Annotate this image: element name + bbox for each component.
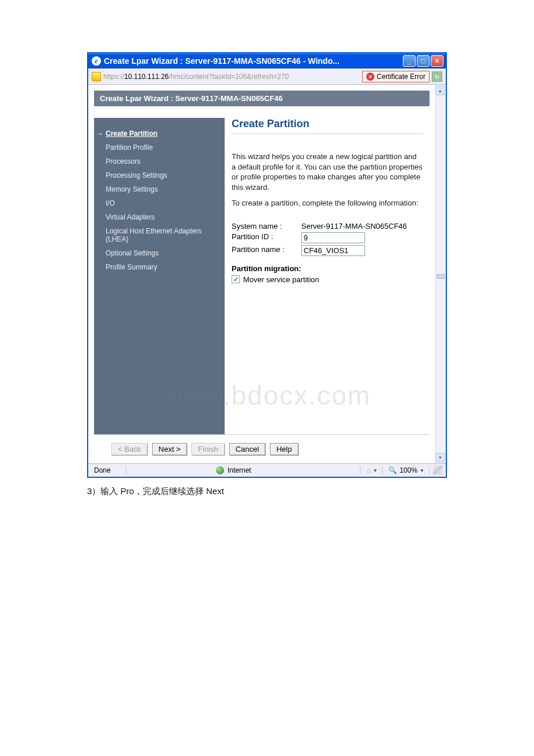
nav-partition-profile[interactable]: Partition Profile: [98, 141, 221, 154]
system-name-label: System name :: [232, 222, 301, 231]
partition-id-input[interactable]: [301, 232, 365, 243]
next-button[interactable]: Next >: [152, 443, 187, 455]
partition-id-label: Partition ID :: [232, 232, 301, 241]
mover-service-label: Mover service partition: [243, 275, 319, 284]
wizard-description-2: To create a partition, complete the foll…: [232, 198, 423, 208]
partition-migration-label: Partition migration:: [232, 264, 423, 273]
wizard-buttons: < Back Next > Finish Cancel Help: [94, 434, 430, 463]
page-icon: [92, 72, 101, 81]
minimize-button[interactable]: _: [403, 55, 416, 67]
wizard-nav: Create Partition Partition Profile Proce…: [94, 118, 225, 434]
home-icon: ⌂: [366, 466, 370, 474]
url-prefix: https://: [103, 73, 124, 81]
zoom-icon: 🔍: [388, 466, 397, 474]
nav-create-partition[interactable]: Create Partition: [98, 123, 221, 141]
nav-memory-settings[interactable]: Memory Settings: [98, 182, 221, 196]
nav-optional-settings[interactable]: Optional Settings: [98, 246, 221, 260]
wizard-description-1: This wizard helps you create a new logic…: [232, 152, 423, 192]
url-field[interactable]: https://10.110.111.26/hmc/content?taskId…: [103, 73, 360, 81]
status-bar: Done Internet ⌂ ▼ 🔍 100% ▼: [88, 463, 446, 477]
nav-virtual-adapters[interactable]: Virtual Adapters: [98, 210, 221, 224]
url-suffix: /hmc/content?taskId=106&refresh=270: [169, 73, 289, 81]
help-button[interactable]: Help: [270, 443, 298, 455]
vertical-scrollbar[interactable]: ▴ ▾: [435, 85, 446, 463]
close-button[interactable]: ×: [431, 55, 443, 67]
resize-grip[interactable]: [433, 466, 442, 475]
ie-icon: e: [92, 56, 101, 66]
system-name-value: Server-9117-MMA-SN065CF46: [301, 222, 423, 231]
back-button[interactable]: < Back: [111, 443, 147, 455]
nav-lhea[interactable]: Logical Host Ethernet Adapters (LHEA): [98, 224, 221, 246]
partition-name-input[interactable]: [301, 245, 365, 256]
zoom-value: 100%: [399, 466, 417, 474]
scroll-down-button[interactable]: ▾: [435, 453, 445, 462]
page-caption: 3）输入 Pro，完成后继续选择 Next: [87, 486, 447, 497]
nav-profile-summary[interactable]: Profile Summary: [98, 260, 221, 274]
wizard-main: Create Partition This wizard helps you c…: [225, 118, 430, 434]
browser-window: e Create Lpar Wizard : Server-9117-MMA-S…: [87, 52, 447, 478]
internet-zone-icon: [216, 466, 224, 474]
nav-processing-settings[interactable]: Processing Settings: [98, 168, 221, 182]
window-title: Create Lpar Wizard : Server-9117-MMA-SN0…: [104, 56, 403, 66]
content-area: ▴ ▾ Create Lpar Wizard : Server-9117-MMA…: [88, 85, 446, 463]
status-done: Done: [92, 466, 127, 474]
nav-io[interactable]: I/O: [98, 196, 221, 210]
window-titlebar: e Create Lpar Wizard : Server-9117-MMA-S…: [88, 53, 446, 69]
url-ip: 10.110.111.26: [124, 73, 169, 81]
status-zone: Internet: [214, 466, 360, 474]
scroll-up-button[interactable]: ▴: [435, 86, 445, 95]
shield-x-icon: ×: [366, 73, 374, 81]
wizard-header: Create Lpar Wizard : Server-9117-MMA-SN0…: [94, 91, 430, 106]
partition-name-label: Partition name :: [232, 245, 301, 254]
nav-processors[interactable]: Processors: [98, 154, 221, 168]
mover-service-checkbox[interactable]: ✓: [232, 275, 240, 283]
zone-label: Internet: [228, 466, 251, 474]
certificate-error-badge[interactable]: × Certificate Error: [362, 71, 430, 82]
address-bar: https://10.110.111.26/hmc/content?taskId…: [88, 69, 446, 85]
zoom-control[interactable]: 🔍 100% ▼: [386, 466, 430, 474]
protected-mode-menu[interactable]: ⌂ ▼: [364, 466, 383, 474]
cert-error-label: Certificate Error: [377, 73, 425, 81]
refresh-icon[interactable]: ↻: [432, 71, 442, 82]
finish-button[interactable]: Finish: [192, 443, 225, 455]
page-title: Create Partition: [232, 118, 423, 134]
maximize-button[interactable]: □: [417, 55, 430, 67]
scroll-thumb[interactable]: [436, 274, 445, 279]
cancel-button[interactable]: Cancel: [229, 443, 265, 455]
